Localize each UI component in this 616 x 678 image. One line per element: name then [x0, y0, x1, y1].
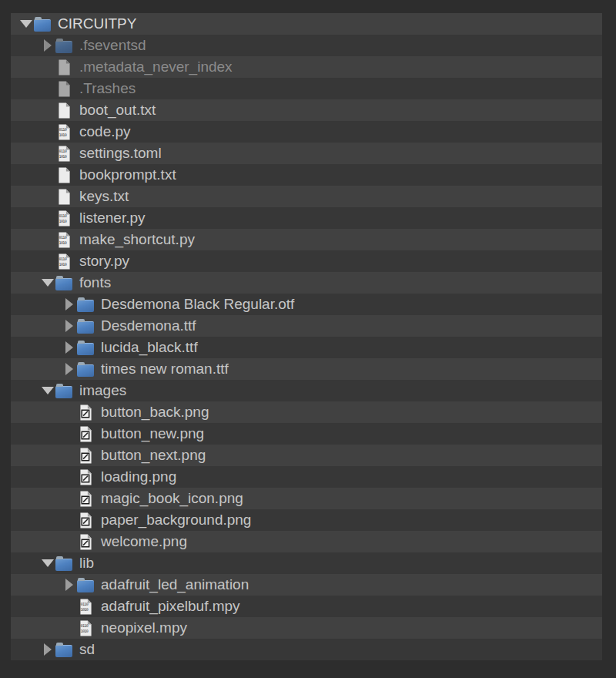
tree-item-images[interactable]: images — [11, 380, 602, 401]
tree-item-label: adafruit_pixelbuf.mpy — [101, 596, 240, 617]
chevron-spacer — [40, 121, 55, 143]
tree-item-label: lucida_black.ttf — [101, 337, 198, 358]
tree-item-label: Desdemona Black Regular.otf — [101, 294, 294, 315]
tree-item-trashes[interactable]: .Trashes — [11, 78, 602, 99]
svg-text:0110: 0110 — [59, 126, 66, 131]
tree-item-label: bookprompt.txt — [79, 164, 176, 186]
image-file-icon — [77, 469, 94, 485]
tree-item-circuitpy[interactable]: CIRCUITPY — [11, 13, 602, 35]
chevron-spacer — [62, 509, 77, 531]
chevron-down-icon[interactable] — [40, 380, 55, 401]
tree-item-times-new-roman-ttf[interactable]: times new roman.ttf — [11, 358, 602, 380]
chevron-spacer — [40, 229, 55, 250]
tree-item-metadata-never-index[interactable]: .metadata_never_index — [11, 56, 602, 78]
tree-item-fseventsd[interactable]: .fseventsd — [11, 35, 602, 56]
tree-item-listener-py[interactable]: 01101010 listener.py — [11, 207, 602, 229]
tree-item-label: welcome.png — [101, 531, 187, 552]
svg-text:1010: 1010 — [59, 261, 66, 266]
chevron-right-icon[interactable] — [62, 337, 77, 358]
chevron-right-icon[interactable] — [62, 574, 77, 596]
chevron-spacer — [62, 445, 77, 466]
tree-item-loading-png[interactable]: loading.png — [11, 466, 602, 488]
chevron-down-icon[interactable] — [40, 552, 55, 574]
tree-item-sd[interactable]: sd — [11, 639, 602, 660]
tree-item-label: times new roman.ttf — [101, 358, 229, 380]
tree-item-keys-txt[interactable]: keys.txt — [11, 186, 602, 207]
image-file-icon — [77, 491, 94, 507]
tree-item-label: .metadata_never_index — [79, 56, 233, 78]
image-file-icon — [77, 404, 94, 421]
tree-item-label: code.py — [79, 121, 131, 143]
tree-item-bookprompt-txt[interactable]: bookprompt.txt — [11, 164, 602, 186]
tree-item-label: button_new.png — [101, 423, 204, 445]
tree-item-paper-background-png[interactable]: paper_background.png — [11, 509, 602, 531]
chevron-spacer — [40, 99, 55, 121]
chevron-spacer — [40, 143, 55, 164]
image-file-icon — [77, 512, 94, 529]
file-tree: CIRCUITPY .fseventsd .metadata_never_ind… — [11, 13, 602, 660]
chevron-spacer — [40, 207, 55, 229]
text-file-icon — [55, 81, 72, 97]
chevron-spacer — [40, 56, 55, 78]
tree-item-make-shortcut-py[interactable]: 01101010 make_shortcut.py — [11, 229, 602, 250]
tree-item-label: fonts — [79, 272, 111, 294]
tree-item-button-next-png[interactable]: button_next.png — [11, 445, 602, 466]
tree-item-label: .Trashes — [79, 78, 136, 99]
folder-icon — [34, 17, 51, 32]
tree-item-label: paper_background.png — [101, 509, 251, 531]
tree-item-label: make_shortcut.py — [79, 229, 195, 250]
tree-item-label: boot_out.txt — [79, 99, 156, 121]
tree-item-adafruit-pixelbuf-mpy[interactable]: 01101010 adafruit_pixelbuf.mpy — [11, 596, 602, 617]
chevron-right-icon[interactable] — [62, 315, 77, 337]
tree-item-label: .fseventsd — [79, 35, 146, 56]
svg-text:0110: 0110 — [80, 623, 88, 627]
tree-item-desdemona-ttf[interactable]: Desdemona.ttf — [11, 315, 602, 337]
svg-text:0110: 0110 — [80, 601, 88, 606]
tree-item-button-new-png[interactable]: button_new.png — [11, 423, 602, 445]
svg-text:0110: 0110 — [59, 234, 66, 239]
image-file-icon — [77, 534, 94, 550]
tree-item-label: Desdemona.ttf — [101, 315, 196, 337]
tree-item-fonts[interactable]: fonts — [11, 272, 602, 294]
folder-icon — [77, 362, 94, 377]
tree-item-label: images — [79, 380, 126, 401]
tree-item-lucida-black-ttf[interactable]: lucida_black.ttf — [11, 337, 602, 358]
tree-item-label: button_back.png — [101, 401, 209, 423]
chevron-spacer — [40, 164, 55, 186]
tree-item-label: loading.png — [101, 466, 176, 488]
svg-text:1010: 1010 — [59, 218, 66, 223]
chevron-spacer — [62, 466, 77, 488]
chevron-down-icon[interactable] — [18, 13, 34, 35]
tree-item-button-back-png[interactable]: button_back.png — [11, 401, 602, 423]
folder-icon — [77, 297, 94, 312]
folder-icon — [55, 643, 72, 657]
folder-icon — [77, 578, 94, 592]
tree-item-lib[interactable]: lib — [11, 552, 602, 574]
tree-item-label: magic_book_icon.png — [101, 488, 243, 509]
tree-item-boot-out-txt[interactable]: boot_out.txt — [11, 99, 602, 121]
chevron-down-icon[interactable] — [40, 272, 55, 294]
tree-item-label: CIRCUITPY — [58, 13, 136, 35]
chevron-right-icon[interactable] — [40, 639, 55, 660]
chevron-right-icon[interactable] — [40, 35, 55, 56]
tree-item-welcome-png[interactable]: welcome.png — [11, 531, 602, 552]
chevron-spacer — [62, 531, 77, 552]
tree-item-neopixel-mpy[interactable]: 01101010 neopixel.mpy — [11, 617, 602, 639]
svg-text:0110: 0110 — [59, 148, 66, 153]
svg-text:1010: 1010 — [80, 628, 88, 633]
tree-item-magic-book-icon-png[interactable]: magic_book_icon.png — [11, 488, 602, 509]
chevron-right-icon[interactable] — [62, 294, 77, 315]
image-file-icon — [77, 448, 94, 464]
text-file-icon — [55, 102, 72, 119]
chevron-spacer — [62, 488, 77, 509]
tree-item-label: lib — [79, 552, 94, 574]
tree-item-desdemona-black-regular-otf[interactable]: Desdemona Black Regular.otf — [11, 294, 602, 315]
tree-item-label: adafruit_led_animation — [101, 574, 249, 596]
code-file-icon: 01101010 — [55, 232, 72, 248]
tree-item-settings-toml[interactable]: 01101010 settings.toml — [11, 143, 602, 164]
tree-item-adafruit-led-animation[interactable]: adafruit_led_animation — [11, 574, 602, 596]
tree-item-story-py[interactable]: 01101010 story.py — [11, 250, 602, 272]
chevron-right-icon[interactable] — [62, 358, 77, 380]
svg-text:0110: 0110 — [59, 256, 66, 260]
tree-item-code-py[interactable]: 01101010 code.py — [11, 121, 602, 143]
